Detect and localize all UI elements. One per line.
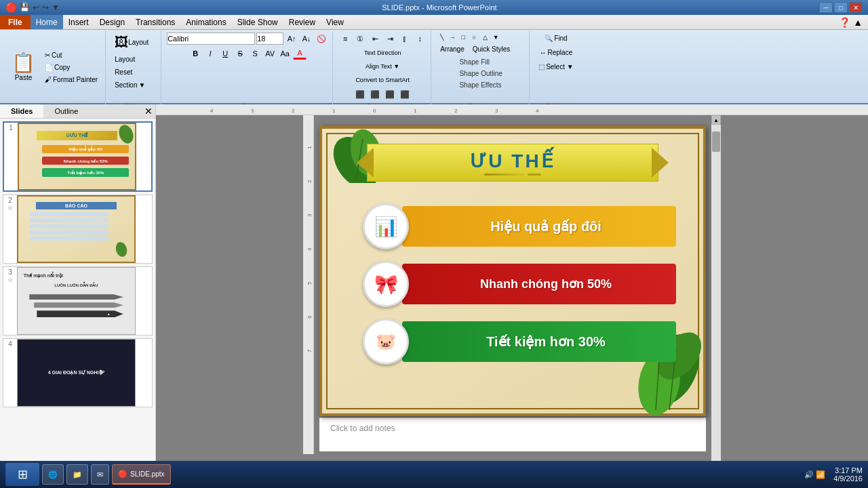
menu-item-review[interactable]: Review — [283, 15, 321, 29]
notes-area[interactable]: Click to add notes — [319, 418, 706, 451]
canvas-area: 4 3 2 1 0 1 2 3 4 1 2 3 4 — [156, 104, 868, 473]
col-btn[interactable]: ⫿ — [398, 33, 412, 45]
menu-item-view[interactable]: View — [321, 15, 349, 29]
notes-placeholder: Click to add notes — [330, 424, 395, 433]
taskbar-explorer[interactable]: 📁 — [66, 464, 88, 485]
section-btn[interactable]: Section▼ — [111, 79, 149, 91]
menu-item-slideshow[interactable]: Slide Show — [232, 15, 283, 29]
ruler-vertical: 1 2 3 4 5 6 7 — [303, 115, 314, 454]
menu-item-home[interactable]: Home — [31, 15, 63, 29]
menu-item-animations[interactable]: Animations — [180, 15, 231, 29]
redo-qa-btn[interactable]: ↪ — [42, 3, 49, 12]
shape-oval-btn[interactable]: ○ — [469, 33, 479, 42]
undo-qa-btn[interactable]: ↩ — [33, 3, 39, 12]
align-center-btn[interactable]: ⬛ — [368, 88, 382, 100]
shape-rect-btn[interactable]: □ — [458, 33, 468, 42]
svg-text:5: 5 — [307, 281, 313, 285]
font-color-btn[interactable]: A — [293, 47, 307, 60]
decrease-font-btn[interactable]: A↓ — [300, 33, 313, 45]
find-btn[interactable]: 🔍 Find — [541, 33, 570, 44]
taskbar-powerpoint[interactable]: 🔴SLIDE.pptx — [112, 464, 171, 485]
scroll-up-btn[interactable]: ▲ — [711, 115, 721, 125]
powerpoint-icon: 🔴 — [5, 2, 17, 13]
menu-item-design[interactable]: Design — [94, 15, 130, 29]
shape-effects-btn[interactable]: Shape Effects — [456, 79, 505, 91]
select-btn[interactable]: ⬚ Select ▼ — [535, 61, 576, 73]
bullets-btn[interactable]: ≡ — [338, 33, 352, 45]
slide-thumb-1[interactable]: 1 UƯU THẾ Hiệu quả gấp đôi Nhanh chóng h… — [3, 121, 153, 192]
svg-text:1: 1 — [307, 146, 313, 149]
convert-smartart-btn[interactable]: Convert to SmartArt — [352, 75, 413, 85]
reset-btn[interactable]: Reset — [111, 66, 136, 78]
slides-tab[interactable]: Slides — [0, 104, 43, 118]
scroll-thumb[interactable] — [712, 131, 720, 152]
item-1-icon: 📊 — [363, 203, 409, 249]
cut-btn[interactable]: ✂Cut — [41, 49, 101, 61]
increase-font-btn[interactable]: A↑ — [285, 33, 298, 45]
drawing-group: ╲ → □ ○ △ ▼ Arrange Quick Styles Shape F… — [433, 31, 530, 113]
text-direction-btn[interactable]: Text Direction — [361, 47, 405, 58]
paste-btn[interactable]: 📋 Paste — [7, 49, 40, 85]
outline-tab[interactable]: Outline — [43, 104, 89, 118]
clear-format-btn[interactable]: 🚫 — [315, 33, 328, 45]
vertical-scrollbar[interactable]: ▲ ▼ — [711, 115, 721, 473]
item-3-icon: 🐷 — [363, 319, 409, 365]
help-icon[interactable]: ❓ — [839, 17, 850, 28]
shape-outline-btn[interactable]: Shape Outline — [456, 68, 505, 79]
slide-canvas: ƯU THẾ — [319, 126, 706, 416]
slide-thumb-4[interactable]: 4 4 GIAI ĐOẠN SỰ NGHIỆP — [3, 338, 153, 407]
replace-btn[interactable]: ↔ Replace — [536, 47, 576, 58]
slide-thumb-2[interactable]: 2☆ BÁO CÁO — [3, 195, 153, 264]
shadow-btn[interactable]: S — [248, 47, 262, 60]
close-panel-btn[interactable]: ✕ — [142, 104, 155, 118]
underline-btn[interactable]: U — [218, 47, 232, 60]
close-btn[interactable]: ✕ — [849, 2, 863, 13]
strikethrough-btn[interactable]: S — [233, 47, 247, 60]
ribbon-toggle[interactable]: ▲ — [853, 17, 863, 28]
item-3-label: Tiết kiệm hơn 30% — [486, 333, 606, 350]
align-text-btn[interactable]: Align Text ▼ — [362, 61, 403, 72]
menu-item-file[interactable]: File — [0, 15, 31, 29]
arrange-btn[interactable]: Arrange — [437, 43, 468, 55]
font-name-select[interactable] — [167, 33, 255, 45]
minimize-btn[interactable]: ─ — [819, 2, 833, 13]
svg-text:4: 4 — [210, 108, 214, 114]
align-right-btn[interactable]: ⬛ — [383, 88, 397, 100]
maximize-btn[interactable]: □ — [834, 2, 848, 13]
format-painter-btn[interactable]: 🖌Format Painter — [41, 74, 101, 85]
save-qa-btn[interactable]: 💾 — [20, 3, 30, 12]
line-spacing-btn[interactable]: ↕ — [413, 33, 427, 45]
slide-thumb-3[interactable]: 3☆ Thế mạnh nổi trội LUÔN LUÔN DẪN ĐẦU ▲ — [3, 266, 153, 336]
slide-title-banner: ƯU THẾ — [367, 144, 658, 182]
copy-btn[interactable]: 📄Copy — [41, 62, 101, 73]
quick-styles-btn[interactable]: Quick Styles — [469, 43, 514, 55]
shape-arrow-btn[interactable]: → — [448, 33, 457, 42]
shape-tri-btn[interactable]: △ — [480, 33, 490, 42]
ruler-horizontal: 4 3 2 1 0 1 2 3 4 — [156, 104, 868, 115]
start-btn[interactable]: ⊞ — [5, 463, 39, 486]
taskbar-browser[interactable]: 🌐 — [42, 464, 64, 485]
font-case-btn[interactable]: Aa — [278, 47, 292, 60]
new-slide-btn[interactable]: 🖼 Layout — [111, 33, 152, 52]
layout-btn[interactable]: Layout — [111, 54, 138, 65]
svg-text:1: 1 — [332, 108, 336, 114]
shape-fill-btn[interactable]: Shape Fill — [456, 56, 505, 68]
shape-more-btn[interactable]: ▼ — [491, 33, 500, 42]
char-spacing-btn[interactable]: AV — [263, 47, 277, 60]
decrease-indent-btn[interactable]: ⇤ — [368, 33, 382, 45]
bold-btn[interactable]: B — [189, 47, 202, 60]
italic-btn[interactable]: I — [203, 47, 217, 60]
numbering-btn[interactable]: ① — [353, 33, 367, 45]
menu-item-insert[interactable]: Insert — [63, 15, 94, 29]
font-size-select[interactable] — [256, 33, 283, 45]
svg-rect-2 — [170, 104, 685, 115]
increase-indent-btn[interactable]: ⇥ — [383, 33, 397, 45]
justify-btn[interactable]: ⬛ — [398, 88, 412, 100]
taskbar-mail[interactable]: ✉ — [91, 464, 109, 485]
ribbon: 📋 Paste ✂Cut 📄Copy 🖌Format Painter — [0, 30, 868, 104]
align-left-btn[interactable]: ⬛ — [353, 88, 367, 100]
shape-line-btn[interactable]: ╲ — [437, 33, 446, 42]
svg-text:4: 4 — [307, 247, 313, 251]
menu-item-transitions[interactable]: Transitions — [130, 15, 180, 29]
dropdown-qa[interactable]: ▼ — [52, 3, 60, 12]
